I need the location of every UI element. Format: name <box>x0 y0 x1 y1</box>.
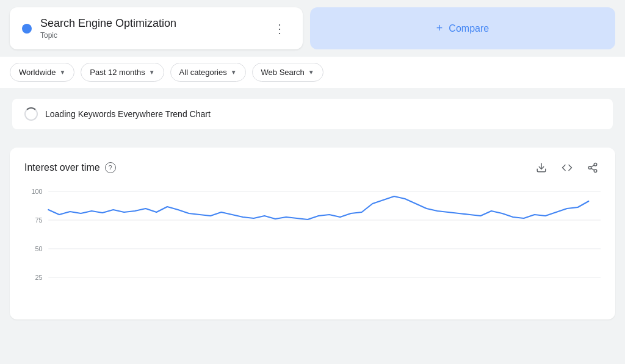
top-bar: Search Engine Optimization Topic ⋮ + Com… <box>0 0 625 57</box>
compare-card[interactable]: + Compare <box>310 7 615 49</box>
filter-type[interactable]: Web Search ▼ <box>252 63 323 82</box>
download-icon <box>536 162 547 173</box>
chart-wrapper: 100 75 50 25 <box>24 185 601 307</box>
filter-time-chevron: ▼ <box>149 69 155 76</box>
loading-spinner <box>24 107 38 121</box>
topic-text: Search Engine Optimization Topic <box>40 17 176 40</box>
embed-button[interactable] <box>559 160 575 176</box>
svg-text:100: 100 <box>31 188 42 195</box>
help-icon[interactable]: ? <box>105 162 116 173</box>
filter-type-label: Web Search <box>261 68 305 77</box>
filter-category-label: All categories <box>179 68 227 77</box>
filter-region[interactable]: Worldwide ▼ <box>10 63 74 82</box>
filter-time-label: Past 12 months <box>90 68 145 77</box>
loading-text: Loading Keywords Everywhere Trend Chart <box>45 109 211 119</box>
topic-title: Search Engine Optimization <box>40 17 176 30</box>
trend-line <box>48 196 588 219</box>
topic-info: Search Engine Optimization Topic <box>22 17 176 40</box>
svg-line-4 <box>591 168 594 170</box>
filter-category-chevron: ▼ <box>231 69 237 76</box>
topic-dot <box>22 24 32 34</box>
more-options-button[interactable]: ⋮ <box>269 18 291 40</box>
svg-text:50: 50 <box>35 245 42 252</box>
compare-plus-icon: + <box>436 22 443 35</box>
chart-title-group: Interest over time ? <box>24 162 116 173</box>
svg-line-5 <box>591 165 594 167</box>
share-button[interactable] <box>585 160 601 176</box>
topic-card: Search Engine Optimization Topic ⋮ <box>10 7 303 49</box>
embed-icon <box>562 162 573 173</box>
trend-chart: 100 75 50 25 <box>24 185 601 307</box>
svg-text:75: 75 <box>35 216 42 224</box>
download-button[interactable] <box>533 160 549 176</box>
chart-actions <box>533 160 601 176</box>
filter-type-chevron: ▼ <box>308 69 314 76</box>
compare-label: Compare <box>449 23 489 34</box>
filter-time[interactable]: Past 12 months ▼ <box>81 63 164 82</box>
share-icon <box>587 162 598 173</box>
chart-section: Interest over time ? <box>10 148 615 319</box>
loading-section: Loading Keywords Everywhere Trend Chart <box>0 88 625 140</box>
svg-text:25: 25 <box>35 274 42 281</box>
filter-category[interactable]: All categories ▼ <box>170 63 246 82</box>
filter-region-chevron: ▼ <box>59 69 65 76</box>
chart-header: Interest over time ? <box>24 160 601 176</box>
chart-title: Interest over time <box>24 162 100 173</box>
topic-subtitle: Topic <box>40 31 176 40</box>
filter-region-label: Worldwide <box>19 68 56 77</box>
filter-bar: Worldwide ▼ Past 12 months ▼ All categor… <box>0 57 625 88</box>
loading-card: Loading Keywords Everywhere Trend Chart <box>12 99 613 129</box>
